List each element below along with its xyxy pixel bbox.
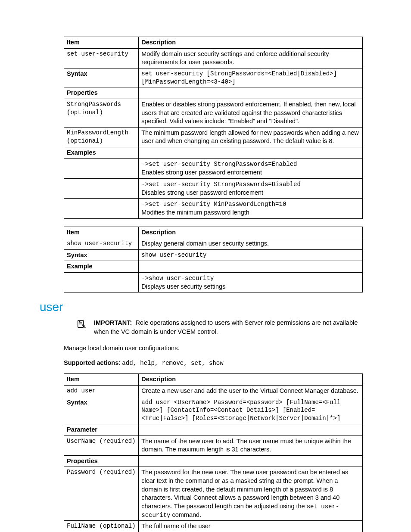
- table-row: set user-security Modify domain user sec…: [64, 48, 363, 68]
- cell-item: Syntax: [64, 249, 139, 261]
- example-text: Modifies the minimum password length: [141, 209, 249, 216]
- section-heading-user: user: [40, 300, 363, 314]
- table-row: Parameter: [64, 424, 363, 436]
- cell-desc: The minimum password length allowed for …: [139, 127, 363, 147]
- cell-item: UserName (required): [64, 436, 139, 455]
- cell-desc: Create a new user and add the user to th…: [139, 385, 363, 397]
- cell-item: Syntax: [64, 397, 139, 424]
- cell-desc: [139, 87, 363, 99]
- cell-desc: ->set user-security MinPasswordLength=10…: [139, 199, 363, 218]
- cell-desc: The name of the new user to add. The use…: [139, 436, 363, 455]
- cell-item: Example: [64, 261, 139, 273]
- table-row: ->set user-security StrongPasswords=Enab…: [64, 159, 363, 178]
- table-row: ->set user-security StrongPasswords=Disa…: [64, 178, 363, 198]
- example-text: Disables strong user password enforcemen…: [141, 189, 263, 196]
- cell-item: [64, 273, 139, 292]
- important-label: IMPORTANT:: [94, 319, 132, 326]
- table-header-row: Item Description: [64, 37, 363, 49]
- table-header-row: Item Description: [64, 374, 363, 386]
- content: Item Description set user-security Modif…: [64, 37, 363, 532]
- table-row: Password (required) The password for the…: [64, 467, 363, 521]
- example-text: Enables strong user password enforcement: [141, 169, 262, 176]
- cell-item: Properties: [64, 87, 139, 99]
- cell-item: Parameter: [64, 424, 139, 436]
- cell-desc: Modify domain user security settings and…: [139, 48, 363, 68]
- col-header-item: Item: [64, 37, 139, 49]
- page: Item Description set user-security Modif…: [0, 0, 411, 532]
- example-code: ->set user-security MinPasswordLength=10: [141, 201, 286, 208]
- col-header-description: Description: [139, 227, 363, 238]
- cell-item: [64, 178, 139, 198]
- cell-desc: ->show user-security Displays user secur…: [139, 273, 363, 292]
- table-row: FullName (optional) The full name of the…: [64, 521, 363, 532]
- cell-item: Syntax: [64, 68, 139, 87]
- table-row: Syntax set user-security [StrongPassword…: [64, 68, 363, 87]
- cell-item: MinPasswordLength (optional): [64, 127, 139, 147]
- cell-desc: [139, 455, 363, 467]
- cell-desc: [139, 261, 363, 273]
- col-header-item: Item: [64, 227, 139, 238]
- table-row: MinPasswordLength (optional) The minimum…: [64, 127, 363, 147]
- table-add-user: Item Description add user Create a new u…: [64, 373, 363, 532]
- cell-desc: Display general domain user security set…: [139, 238, 363, 250]
- table-row: ->set user-security MinPasswordLength=10…: [64, 199, 363, 218]
- cell-item: set user-security: [64, 48, 139, 68]
- table-header-row: Item Description: [64, 227, 363, 238]
- cell-item: show user-security: [64, 238, 139, 250]
- example-code: ->show user-security: [141, 275, 214, 282]
- important-text: Role operations assigned to users with S…: [94, 319, 358, 335]
- cell-item: add user: [64, 385, 139, 397]
- table-row: Properties: [64, 87, 363, 99]
- body-text: Manage local domain user configurations.: [64, 344, 363, 352]
- example-code: ->set user-security StrongPasswords=Disa…: [141, 181, 301, 188]
- table-row: show user-security Display general domai…: [64, 238, 363, 250]
- cell-desc: ->set user-security StrongPasswords=Disa…: [139, 178, 363, 198]
- cell-item: FullName (optional): [64, 521, 139, 532]
- table-row: Examples: [64, 147, 363, 159]
- cell-item: Password (required): [64, 467, 139, 521]
- supported-actions: add, help, remove, set, show: [122, 360, 223, 367]
- table-row: Properties: [64, 455, 363, 467]
- table-row: add user Create a new user and add the u…: [64, 385, 363, 397]
- table-row: UserName (required) The name of the new …: [64, 436, 363, 455]
- col-header-description: Description: [139, 374, 363, 386]
- cell-desc: ->set user-security StrongPasswords=Enab…: [139, 159, 363, 178]
- cell-desc: [139, 424, 363, 436]
- table-row: ->show user-security Displays user secur…: [64, 273, 363, 292]
- cell-item: [64, 159, 139, 178]
- supported-actions-line: Supported actions: add, help, remove, se…: [64, 358, 363, 368]
- table-show-user-security: Item Description show user-security Disp…: [64, 227, 363, 293]
- cell-desc: The full name of the user: [139, 521, 363, 532]
- table-row: StrongPasswords (optional) Enables or di…: [64, 99, 363, 128]
- cell-item: Examples: [64, 147, 139, 159]
- cell-desc: [139, 147, 363, 159]
- important-note: IMPORTANT: Role operations assigned to u…: [77, 318, 363, 336]
- cell-item: Properties: [64, 455, 139, 467]
- cell-desc: add user <UserName> Password=<password> …: [139, 397, 363, 424]
- cell-item: [64, 199, 139, 218]
- table-row: Syntax add user <UserName> Password=<pas…: [64, 397, 363, 424]
- cell-desc: Enables or disables strong password enfo…: [139, 99, 363, 128]
- important-text-wrap: IMPORTANT: Role operations assigned to u…: [94, 318, 363, 336]
- table-row: Example: [64, 261, 363, 273]
- pwd-post: command.: [170, 511, 201, 518]
- cell-desc: The password for the new user. The new u…: [139, 467, 363, 521]
- example-code: ->set user-security StrongPasswords=Enab…: [141, 161, 297, 168]
- cell-item: StrongPasswords (optional): [64, 99, 139, 128]
- note-icon: [77, 319, 86, 329]
- table-row: Syntax show user-security: [64, 249, 363, 261]
- example-text: Displays user security settings: [141, 283, 225, 290]
- table-set-user-security: Item Description set user-security Modif…: [64, 37, 363, 219]
- cell-desc: set user-security [StrongPasswords=<Enab…: [139, 68, 363, 87]
- supported-label: Supported actions: [64, 359, 118, 366]
- col-header-description: Description: [139, 37, 363, 49]
- col-header-item: Item: [64, 374, 139, 386]
- cell-desc: show user-security: [139, 249, 363, 261]
